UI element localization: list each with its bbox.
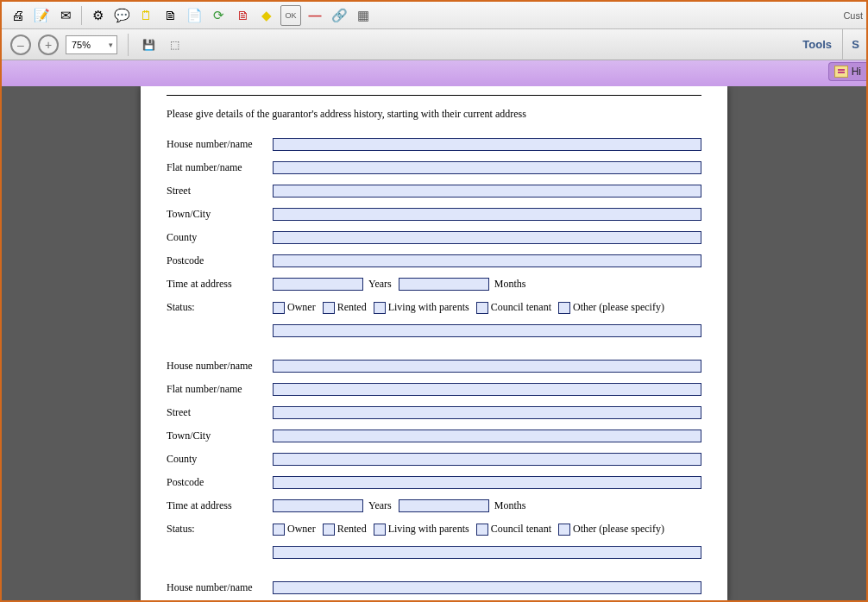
label-street: Street: [167, 185, 273, 198]
label-flat: Flat number/name: [167, 161, 273, 174]
page-fit-icon[interactable]: ⬚: [165, 35, 184, 54]
zoom-in-button[interactable]: +: [38, 34, 59, 55]
label-flat-2: Flat number/name: [167, 383, 273, 396]
save-icon[interactable]: 💾: [139, 35, 158, 54]
opt-other-2: Other (please specify): [573, 523, 664, 536]
edit-form-icon[interactable]: 🗎: [232, 5, 253, 26]
opt-owner: Owner: [287, 301, 316, 314]
label-house-3: House number/name: [167, 581, 273, 594]
zoom-value: 75%: [72, 40, 91, 50]
sign-menu[interactable]: S: [842, 29, 859, 60]
checkbox-council-1[interactable]: [476, 302, 488, 314]
field-town-2[interactable]: [273, 430, 701, 442]
label-county: County: [167, 231, 273, 244]
opt-living-2: Living with parents: [388, 523, 469, 536]
customize-label[interactable]: Cust: [843, 10, 863, 21]
highlight-icon: [834, 66, 848, 78]
opt-other: Other (please specify): [573, 301, 664, 314]
label-months: Months: [494, 278, 526, 291]
opt-owner-2: Owner: [287, 523, 316, 536]
edit-icon[interactable]: 📝: [31, 5, 52, 26]
field-street-2[interactable]: [273, 406, 701, 419]
pages-icon[interactable]: 📄: [184, 5, 204, 26]
label-status: Status:: [167, 301, 273, 314]
label-house: House number/name: [167, 138, 273, 151]
highlight-label: Hi: [852, 66, 861, 78]
checkbox-other-2[interactable]: [558, 524, 570, 536]
checkbox-council-2[interactable]: [476, 524, 488, 536]
field-postcode-2[interactable]: [273, 476, 701, 489]
opt-living: Living with parents: [388, 301, 469, 314]
gear-icon[interactable]: ⚙: [87, 5, 108, 26]
field-house-3[interactable]: [273, 581, 701, 594]
print-icon[interactable]: 🖨: [7, 5, 28, 26]
checkbox-living-2[interactable]: [374, 524, 386, 536]
table-icon[interactable]: ▦: [353, 5, 374, 26]
checkbox-owner-1[interactable]: [273, 302, 285, 314]
label-street-2: Street: [167, 406, 273, 419]
opt-rented-2: Rented: [337, 523, 367, 536]
minus-icon[interactable]: —: [305, 5, 325, 26]
comment-icon[interactable]: 💬: [111, 5, 132, 26]
field-years-1[interactable]: [273, 278, 363, 291]
highlight-tab[interactable]: Hi: [828, 62, 866, 81]
pdf-page: Please give details of the guarantor's a…: [141, 86, 727, 602]
field-flat-2[interactable]: [273, 383, 701, 396]
checkbox-living-1[interactable]: [374, 302, 386, 314]
label-postcode-2: Postcode: [167, 476, 273, 489]
checkbox-owner-2[interactable]: [273, 524, 285, 536]
field-county-2[interactable]: [273, 453, 701, 466]
field-other-specify-2[interactable]: [273, 546, 701, 559]
label-postcode: Postcode: [167, 254, 273, 267]
ok-icon[interactable]: OK: [280, 5, 301, 26]
field-street-1[interactable]: [273, 185, 701, 198]
field-house-2[interactable]: [273, 360, 701, 373]
delete-page-icon[interactable]: 🗎: [160, 5, 180, 26]
field-flat-1[interactable]: [273, 161, 701, 174]
label-years-2: Years: [368, 499, 392, 512]
label-town: Town/City: [167, 208, 273, 221]
refresh-icon[interactable]: ⟳: [208, 5, 229, 26]
message-bar: Hi: [2, 60, 866, 86]
diamond-icon[interactable]: ◆: [256, 5, 277, 26]
opt-council: Council tenant: [491, 301, 551, 314]
sub-toolbar: – + 75% 💾 ⬚ Tools S: [2, 29, 866, 60]
label-county-2: County: [167, 453, 273, 466]
zoom-select[interactable]: 75%: [66, 35, 117, 54]
opt-council-2: Council tenant: [491, 523, 551, 536]
field-house-1[interactable]: [273, 138, 701, 151]
field-months-1[interactable]: [399, 278, 489, 291]
checkbox-rented-2[interactable]: [323, 524, 335, 536]
opt-rented: Rented: [337, 301, 367, 314]
label-time: Time at address: [167, 278, 273, 291]
field-postcode-1[interactable]: [273, 254, 701, 267]
sticky-note-icon[interactable]: 🗒: [135, 5, 156, 26]
checkbox-other-1[interactable]: [558, 302, 570, 314]
field-town-1[interactable]: [273, 208, 701, 221]
mail-icon[interactable]: ✉: [55, 5, 76, 26]
field-months-2[interactable]: [399, 499, 489, 512]
zoom-out-button[interactable]: –: [10, 34, 31, 55]
tools-menu[interactable]: Tools: [802, 38, 832, 51]
label-status-2: Status:: [167, 523, 273, 536]
field-years-2[interactable]: [273, 499, 363, 512]
field-other-specify-1[interactable]: [273, 324, 701, 337]
main-toolbar: 🖨 📝 ✉ ⚙ 💬 🗒 🗎 📄 ⟳ 🗎 ◆ OK — 🔗 ▦ Cust: [2, 2, 866, 29]
label-months-2: Months: [494, 499, 526, 512]
label-years: Years: [368, 278, 392, 291]
checkbox-rented-1[interactable]: [323, 302, 335, 314]
field-county-1[interactable]: [273, 231, 701, 244]
intro-text: Please give details of the guarantor's a…: [167, 108, 701, 121]
link-icon[interactable]: 🔗: [329, 5, 349, 26]
label-town-2: Town/City: [167, 430, 273, 442]
label-time-2: Time at address: [167, 499, 273, 512]
label-house-2: House number/name: [167, 360, 273, 373]
document-viewer[interactable]: Please give details of the guarantor's a…: [2, 86, 866, 602]
